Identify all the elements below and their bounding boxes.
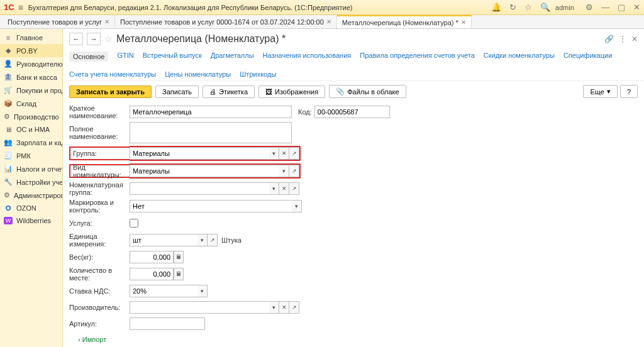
- unit-dropdown-button[interactable]: ▾: [197, 234, 208, 246]
- sidebar-item[interactable]: 👤Руководителю: [0, 57, 62, 70]
- subtab[interactable]: Штрихкоды: [240, 70, 276, 78]
- favorite-icon[interactable]: ☆: [104, 34, 113, 44]
- qty-input[interactable]: [130, 268, 174, 280]
- history-icon[interactable]: ↻: [509, 3, 516, 12]
- minimize-icon[interactable]: —: [601, 3, 609, 12]
- sidebar-item[interactable]: 📊Налоги и отчетность: [0, 162, 62, 175]
- subtab[interactable]: Счета учета номенклатуры: [69, 70, 156, 78]
- weight-input[interactable]: [130, 251, 174, 263]
- images-button[interactable]: 🖼Изображения: [258, 85, 325, 98]
- service-checkbox[interactable]: [130, 219, 138, 228]
- save-close-button[interactable]: Записать и закрыть: [69, 85, 152, 98]
- menu-icon[interactable]: ≡: [18, 3, 23, 13]
- titlebar-icons: 🔔 ↻ ☆ 🔍: [485, 3, 550, 12]
- settings-icon[interactable]: ⚙: [586, 3, 593, 12]
- sidebar-item[interactable]: 🔧Настройки учета: [0, 175, 62, 189]
- sidebar-icon: O: [4, 204, 13, 212]
- tab-close-icon[interactable]: ✕: [326, 18, 331, 25]
- unit-open-button[interactable]: ↗: [208, 234, 218, 246]
- star-icon[interactable]: ☆: [525, 3, 532, 12]
- subtab[interactable]: GTIN: [117, 52, 133, 62]
- article-input[interactable]: [130, 317, 205, 330]
- sidebar-item[interactable]: 👥Зарплата и кадры: [0, 136, 62, 149]
- more-icon[interactable]: ⋮: [619, 35, 626, 43]
- subtab[interactable]: Драгметаллы: [211, 52, 254, 62]
- sidebar-item[interactable]: 🏦Банк и касса: [0, 70, 62, 84]
- subtab[interactable]: Назначения использования: [263, 52, 352, 62]
- more-button[interactable]: Еще ▾: [583, 85, 617, 98]
- document-tab[interactable]: Поступление товаров и услуг 0000-1674 от…: [115, 15, 337, 28]
- nomgroup-open-button[interactable]: ↗: [289, 182, 299, 195]
- kind-input[interactable]: [130, 165, 279, 177]
- cloud-files-button[interactable]: 📎Файлы в облаке: [329, 85, 406, 98]
- group-clear-button[interactable]: ✕: [279, 147, 289, 160]
- sidebar-item[interactable]: 🖥ОС и НМА: [0, 123, 62, 136]
- nomgroup-label: Номенклатурная группа:: [69, 181, 130, 196]
- label-button[interactable]: 🖨Этикетка: [203, 85, 255, 98]
- short-name-input[interactable]: [130, 106, 292, 118]
- nomgroup-clear-button[interactable]: ✕: [279, 182, 289, 195]
- nav-fwd-button[interactable]: →: [87, 33, 101, 45]
- vat-input[interactable]: [130, 285, 197, 297]
- qty-calc-button[interactable]: 🖩: [174, 268, 184, 280]
- code-input[interactable]: [314, 106, 390, 118]
- subtab[interactable]: Скидки номенклатуры: [484, 52, 555, 62]
- full-name-input[interactable]: [130, 122, 292, 143]
- weight-calc-button[interactable]: 🖩: [174, 251, 184, 263]
- manuf-input[interactable]: [130, 301, 269, 314]
- sidebar-label: OZON: [16, 204, 36, 212]
- article-label: Артикул:: [69, 320, 130, 328]
- sidebar-item[interactable]: 🛒Покупки и продажи: [0, 84, 62, 97]
- sidebar-item[interactable]: 📦Склад: [0, 97, 62, 110]
- sidebar-icon: 📦: [4, 99, 13, 107]
- user-name[interactable]: admin: [555, 4, 574, 11]
- sidebar-item[interactable]: ⚙Производство: [0, 110, 62, 123]
- clip-icon: 📎: [336, 87, 345, 96]
- sidebar-label: Склад: [16, 100, 36, 107]
- subtab[interactable]: Спецификации: [564, 52, 612, 62]
- document-tab[interactable]: Металлочерепица (Номенклатура) *✕: [337, 15, 472, 28]
- manuf-clear-button[interactable]: ✕: [279, 301, 289, 314]
- sidebar-item[interactable]: ≡Главное: [0, 31, 62, 44]
- tab-close-icon[interactable]: ✕: [104, 18, 109, 25]
- maximize-icon[interactable]: ▢: [618, 3, 625, 12]
- sidebar-item[interactable]: WWildberries: [0, 214, 62, 227]
- expander-import[interactable]: Импорт: [69, 333, 638, 346]
- sidebar-item[interactable]: ⚙Администрирование: [0, 189, 62, 202]
- tab-close-icon[interactable]: ✕: [461, 19, 466, 26]
- unit-input[interactable]: [130, 234, 197, 246]
- mark-input[interactable]: [130, 200, 292, 212]
- manuf-dropdown-button[interactable]: ▾: [269, 301, 279, 314]
- group-input[interactable]: [130, 147, 269, 160]
- kind-dropdown-button[interactable]: ▾: [279, 165, 289, 177]
- help-button[interactable]: ?: [620, 85, 638, 98]
- mark-dropdown-button[interactable]: ▾: [292, 200, 302, 212]
- group-open-button[interactable]: ↗: [289, 147, 299, 160]
- subtab[interactable]: Правила определения счетов учета: [360, 52, 475, 62]
- sidebar-item[interactable]: OOZON: [0, 202, 62, 214]
- kind-open-button[interactable]: ↗: [289, 165, 299, 177]
- subtab[interactable]: Цены номенклатуры: [165, 70, 231, 78]
- print-icon: 🖨: [209, 88, 216, 96]
- save-button[interactable]: Записать: [155, 85, 199, 98]
- vat-dropdown-button[interactable]: ▾: [197, 285, 208, 297]
- link-icon[interactable]: 🔗: [604, 35, 614, 43]
- nomgroup-dropdown-button[interactable]: ▾: [269, 182, 279, 195]
- nomgroup-input[interactable]: [130, 182, 269, 195]
- close-icon[interactable]: ✕: [633, 3, 640, 12]
- nav-back-button[interactable]: ←: [69, 33, 83, 45]
- sidebar-item[interactable]: 🧾РМК: [0, 149, 62, 162]
- sidebar-label: Wildberries: [16, 217, 51, 224]
- subtab[interactable]: Встречный выпуск: [143, 52, 202, 62]
- window-controls: ⚙ — ▢ ✕: [579, 3, 640, 12]
- manuf-open-button[interactable]: ↗: [289, 301, 299, 314]
- subtab[interactable]: Основное: [69, 52, 108, 62]
- group-dropdown-button[interactable]: ▾: [269, 147, 279, 160]
- sidebar-item[interactable]: ◆PO.BY: [0, 44, 62, 57]
- bell-icon[interactable]: 🔔: [491, 3, 501, 12]
- search-icon[interactable]: 🔍: [540, 3, 550, 12]
- close-page-icon[interactable]: ✕: [631, 35, 638, 43]
- sidebar-label: Покупки и продажи: [16, 87, 63, 94]
- document-tab[interactable]: Поступление товаров и услуг✕: [3, 15, 115, 28]
- qty-label: Количество в месте:: [69, 267, 130, 282]
